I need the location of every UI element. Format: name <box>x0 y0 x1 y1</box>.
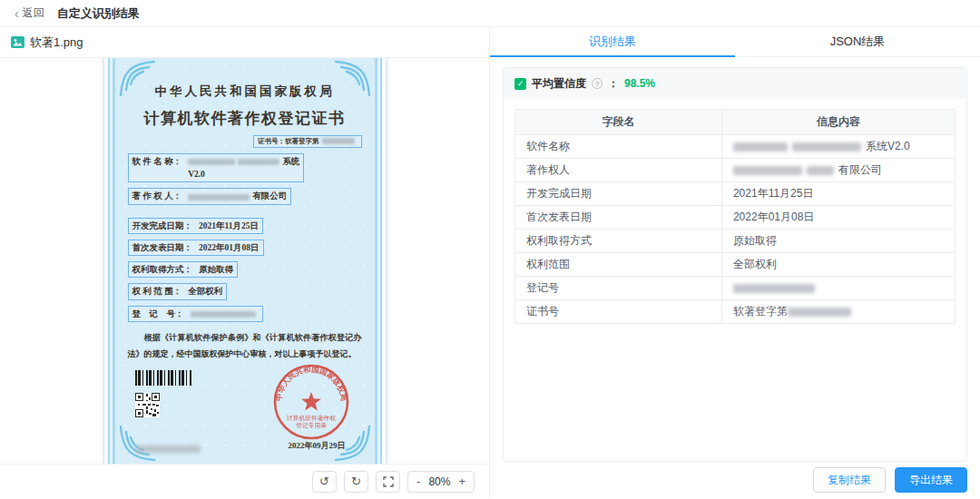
certificate-border: 中华人民共和国国家版权局 计算机软件著作权登记证书 证书号：软著登字第 软 件 … <box>108 58 382 464</box>
redacted-text <box>792 142 861 152</box>
field-name-cell: 登记号 <box>515 277 722 300</box>
redacted-text <box>238 159 279 165</box>
certificate-field-label: 首次发表日期： <box>132 241 193 254</box>
table-row: 著作权人有限公司 <box>515 159 956 182</box>
field-name-cell: 软件名称 <box>515 135 722 159</box>
fullscreen-button[interactable] <box>376 471 400 493</box>
main-split: 软著1.png <box>0 27 980 498</box>
confidence-check-icon: ✓ <box>514 78 526 90</box>
table-row: 首次发表日期2022年01月08日 <box>515 206 956 230</box>
qr-code <box>135 393 160 417</box>
corner-flourish-icon <box>118 59 156 97</box>
result-card: ✓ 平均置信度 ? ： 98.5% 字段名 信息内容 软件名 <box>503 67 967 462</box>
field-value-cell: 系统V2.0 <box>721 135 955 159</box>
image-file-icon <box>11 36 24 48</box>
ocr-bounding-box: 首次发表日期：2022年01月08日 <box>128 240 264 256</box>
image-viewport[interactable]: 中华人民共和国国家版权局 计算机软件著作权登记证书 证书号：软著登字第 软 件 … <box>0 58 489 464</box>
certificate-field-value: 2022年01月08日 <box>199 241 260 254</box>
seal-date: 2022年09月29日 <box>289 440 346 452</box>
ocr-bounding-box: 开发完成日期：2021年11月25日 <box>128 218 263 234</box>
ocr-bounding-box: 著 作 权 人：有限公司 <box>128 188 292 204</box>
back-button[interactable]: ‹ 返回 <box>15 5 44 21</box>
header-field-name: 字段名 <box>515 110 722 135</box>
zoom-level: 80% <box>428 475 450 488</box>
table-row: 权利范围全部权利 <box>515 253 956 277</box>
field-name-cell: 首次发表日期 <box>515 206 722 230</box>
value-text: 有限公司 <box>252 191 287 201</box>
confidence-value: 98.5% <box>624 77 655 90</box>
value-text: 2022年01月08日 <box>199 243 260 252</box>
page-title: 自定义识别结果 <box>57 5 140 22</box>
redacted-serial <box>135 445 201 453</box>
result-table-wrap: 字段名 信息内容 软件名称系统V2.0著作权人有限公司开发完成日期2021年11… <box>504 99 966 334</box>
result-footer: 复制结果 导出结果 <box>490 462 980 498</box>
result-tabs: 识别结果 JSON结果 <box>490 27 980 57</box>
certificate-statement: 根据《计算机软件保护条例》和《计算机软件著作权登记办法》的规定，经中国版权保护中… <box>128 330 362 362</box>
tab-json-result[interactable]: JSON结果 <box>735 27 980 56</box>
tab-recognition-result[interactable]: 识别结果 <box>490 27 735 56</box>
value-text: 原始取得 <box>199 265 233 274</box>
table-row: 登记号 <box>515 277 956 300</box>
rotate-left-button[interactable]: ↺ <box>312 471 337 493</box>
redacted-text <box>733 284 815 293</box>
value-text: 原始取得 <box>733 234 777 247</box>
certificate-body: 中华人民共和国国家版权局 计算机软件著作权登记证书 证书号：软著登字第 软 件 … <box>114 58 376 464</box>
certificate-field-value: 全部权利 <box>188 285 222 298</box>
field-value-cell: 2021年11月25日 <box>721 182 955 206</box>
value-text: 有限公司 <box>838 163 882 176</box>
copy-result-button[interactable]: 复制结果 <box>813 467 886 493</box>
certificate-field-label: 开发完成日期： <box>132 220 193 232</box>
field-value-cell: 2022年01月08日 <box>721 206 955 230</box>
seal-text-line2: 登记专用章 <box>296 422 327 429</box>
value-text: 2021年11月25日 <box>733 187 814 200</box>
back-chevron-icon: ‹ <box>15 7 19 20</box>
certificate-field-value: 系统V2.0 <box>188 155 299 181</box>
certificate-bottom: 中华人民共和国国家版权局 计算机软件著作权 登记专用章 2022年09月29日 <box>128 366 362 458</box>
certificate-field-value <box>191 308 259 320</box>
certificate-field-label: 著 作 权 人： <box>132 190 182 202</box>
field-value-cell: 全部权利 <box>721 253 955 277</box>
field-name-cell: 权利范围 <box>515 253 722 277</box>
export-result-button[interactable]: 导出结果 <box>895 467 967 493</box>
help-icon[interactable]: ? <box>592 78 603 89</box>
ocr-bounding-box: 登 记 号： <box>128 306 263 322</box>
certificate-field-line: 权 利 范 围：全部权利 <box>128 283 362 299</box>
result-table-head: 字段名 信息内容 <box>515 110 956 135</box>
seal-text-line1: 计算机软件著作权 <box>286 415 336 422</box>
rotate-right-button[interactable]: ↻ <box>344 471 368 493</box>
zoom-in-button[interactable]: + <box>458 475 466 487</box>
certificate-field-line: 开发完成日期：2021年11月25日 <box>128 218 362 234</box>
certificate-field-label: 登 记 号： <box>132 308 184 320</box>
certificate-number-box: 证书号：软著登字第 <box>253 135 362 148</box>
field-name-cell: 著作权人 <box>515 159 722 182</box>
value-text: 软著登字第 <box>733 305 788 318</box>
certificate-field-value: 原始取得 <box>199 263 233 276</box>
certificate-title: 计算机软件著作权登记证书 <box>128 108 362 129</box>
result-table-body: 软件名称系统V2.0著作权人有限公司开发完成日期2021年11月25日首次发表日… <box>515 135 956 324</box>
certificate-number-label: 证书号：软著登字第 <box>258 137 319 146</box>
fullscreen-icon <box>383 476 394 487</box>
redacted-text <box>188 194 250 201</box>
back-label: 返回 <box>23 5 44 21</box>
certificate-fields: 软 件 名 称：系统V2.0著 作 权 人：有限公司开发完成日期：2021年11… <box>128 153 362 322</box>
table-row: 证书号软著登字第 <box>515 300 956 324</box>
zoom-control: - 80% + <box>407 471 475 493</box>
value-text: 系统 <box>282 157 299 166</box>
ocr-bounding-box: 权 利 范 围：全部权利 <box>128 283 228 299</box>
field-value-cell: 软著登字第 <box>721 300 955 324</box>
certificate-field-label: 软 件 名 称： <box>132 155 182 168</box>
ocr-bounding-box: 权利取得方式：原始取得 <box>128 261 239 278</box>
redacted-text <box>807 166 834 175</box>
certificate-number-row: 证书号：软著登字第 <box>128 135 362 148</box>
redacted-text <box>733 142 788 152</box>
table-row: 软件名称系统V2.0 <box>515 135 956 159</box>
result-table: 字段名 信息内容 软件名称系统V2.0著作权人有限公司开发完成日期2021年11… <box>514 109 956 324</box>
field-value-cell <box>721 277 955 300</box>
zoom-out-button[interactable]: - <box>416 475 420 487</box>
certificate-field-label: 权 利 范 围： <box>132 285 182 298</box>
viewer-toolbar: ↺ ↻ - 80% + <box>0 464 489 498</box>
value-text: 全部权利 <box>188 287 222 296</box>
result-content: ✓ 平均置信度 ? ： 98.5% 字段名 信息内容 软件名 <box>490 57 980 462</box>
certificate-field-line: 著 作 权 人：有限公司 <box>128 188 362 204</box>
redacted-text <box>733 166 802 175</box>
